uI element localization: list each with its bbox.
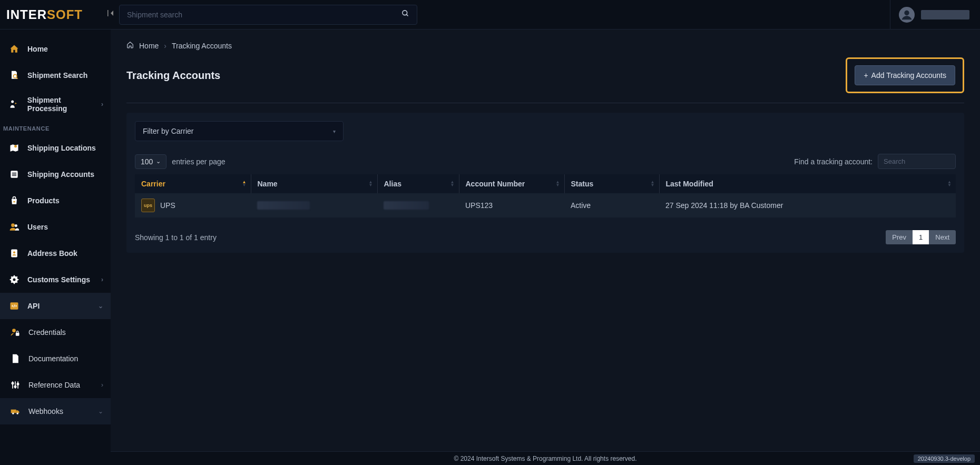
pagination: Prev 1 Next — [886, 230, 956, 244]
col-name[interactable]: Name ▲▼ — [251, 174, 377, 193]
svg-point-25 — [12, 382, 13, 384]
sidebar-item-shipping-accounts[interactable]: Shipping Accounts — [0, 161, 111, 187]
chevron-down-icon: ⌄ — [98, 408, 103, 415]
table-search-input[interactable] — [878, 154, 956, 169]
sidebar-item-label: Documentation — [28, 354, 78, 363]
sort-icon: ▲▼ — [450, 181, 455, 187]
next-page-button[interactable]: Next — [929, 230, 956, 244]
sidebar-collapse-icon[interactable] — [106, 9, 115, 20]
home-breadcrumb-icon[interactable] — [126, 41, 134, 50]
sidebar-item-credentials[interactable]: Credentials — [0, 319, 111, 345]
sidebar-item-reference-data[interactable]: Reference Data › — [0, 372, 111, 398]
home-icon — [8, 43, 20, 55]
caret-down-icon: ▾ — [333, 128, 336, 134]
sidebar-section-maintenance: MAINTENANCE — [0, 120, 111, 135]
sidebar-item-label: Shipment Processing — [27, 96, 102, 113]
svg-point-6 — [11, 101, 14, 103]
entries-per-page-select[interactable]: 100 ⌄ — [135, 154, 166, 169]
sidebar-item-shipment-search[interactable]: Shipment Search — [0, 62, 111, 88]
file-search-icon — [8, 70, 20, 81]
sidebar-item-address-book[interactable]: Address Book — [0, 240, 111, 266]
sort-icon: ▲▼ — [651, 181, 655, 187]
svg-point-29 — [12, 413, 14, 414]
sidebar-item-label: Shipping Locations — [27, 144, 96, 152]
plus-icon: + — [864, 71, 868, 80]
cell-alias-redacted — [384, 201, 429, 210]
chevron-down-icon: ⌄ — [98, 302, 103, 310]
prev-page-button[interactable]: Prev — [886, 230, 913, 244]
filter-by-carrier-select[interactable]: Filter by Carrier ▾ — [135, 121, 344, 141]
cell-name-redacted — [257, 201, 310, 210]
svg-point-13 — [11, 223, 15, 227]
app-footer: © 2024 Intersoft Systems & Programming L… — [111, 451, 980, 465]
bag-icon — [8, 195, 20, 206]
chevron-down-icon: ⌄ — [156, 158, 161, 165]
sort-icon: ▲▼ — [369, 181, 373, 187]
svg-line-1 — [406, 14, 408, 16]
sidebar-item-label: Home — [27, 45, 48, 53]
sort-icon: ▲▼ — [947, 181, 952, 187]
code-icon — [8, 300, 20, 312]
chevron-right-icon: › — [101, 276, 103, 283]
breadcrumb-home[interactable]: Home — [139, 42, 159, 50]
page-1-button[interactable]: 1 — [913, 230, 929, 244]
sidebar-item-webhooks[interactable]: Webhooks ⌄ — [0, 398, 111, 424]
svg-point-20 — [12, 329, 16, 332]
user-lock-icon — [9, 327, 21, 338]
table-row[interactable]: ups UPS UPS123 Active 27 Sep 2024 11:18 … — [135, 193, 956, 217]
cell-account-number: UPS123 — [459, 193, 564, 217]
sidebar-item-shipping-locations[interactable]: Shipping Locations — [0, 135, 111, 161]
col-alias[interactable]: Alias ▲▼ — [377, 174, 459, 193]
svg-rect-28 — [11, 410, 16, 413]
svg-rect-21 — [16, 333, 19, 336]
add-button-label: Add Tracking Accounts — [871, 71, 946, 80]
sidebar-item-shipment-processing[interactable]: Shipment Processing › — [0, 88, 111, 120]
gear-icon — [8, 274, 20, 285]
table-search-label: Find a tracking account: — [794, 157, 873, 166]
sidebar-item-label: API — [27, 302, 40, 310]
add-tracking-accounts-button[interactable]: + Add Tracking Accounts — [855, 65, 955, 85]
sidebar-item-home[interactable]: Home — [0, 36, 111, 62]
sort-icon: ▲▼ — [556, 181, 560, 187]
page-title: Tracking Accounts — [126, 70, 220, 82]
sidebar-item-customs-settings[interactable]: Customs Settings › — [0, 266, 111, 293]
tracking-accounts-table: Carrier ▲▼ Name ▲▼ Alias ▲▼ Account Numb… — [135, 174, 956, 217]
col-carrier[interactable]: Carrier ▲▼ — [135, 174, 251, 193]
list-icon — [8, 169, 20, 180]
sidebar-item-documentation[interactable]: Documentation — [0, 345, 111, 372]
col-account-number[interactable]: Account Number ▲▼ — [459, 174, 564, 193]
sidebar-item-label: Address Book — [27, 249, 77, 258]
logo-part1: INTER — [6, 7, 47, 22]
ups-logo-icon: ups — [141, 199, 155, 212]
svg-point-27 — [17, 383, 18, 385]
copyright-text: © 2024 Intersoft Systems & Programming L… — [454, 455, 637, 462]
svg-point-16 — [13, 251, 15, 253]
breadcrumb-separator-icon: › — [164, 42, 166, 50]
chevron-right-icon: › — [101, 101, 103, 108]
app-logo[interactable]: INTERSOFT — [6, 7, 104, 22]
breadcrumb: Home › Tracking Accounts — [126, 41, 964, 50]
app-header: INTERSOFT — [0, 0, 980, 29]
sidebar-item-label: Shipping Accounts — [27, 170, 94, 179]
user-menu[interactable] — [890, 0, 974, 29]
sidebar-item-api[interactable]: API ⌄ — [0, 293, 111, 319]
page-header: Tracking Accounts + Add Tracking Account… — [126, 57, 964, 103]
map-pin-icon — [8, 142, 20, 154]
shipment-search-box — [119, 5, 417, 25]
main-content: Home › Tracking Accounts Tracking Accoun… — [111, 29, 980, 451]
sidebar-item-users[interactable]: Users — [0, 214, 111, 240]
users-icon — [8, 221, 20, 233]
cell-status: Active — [564, 193, 659, 217]
entries-value: 100 — [141, 157, 153, 166]
sidebar-item-products[interactable]: Products — [0, 187, 111, 214]
sidebar-item-label: Products — [27, 196, 60, 205]
svg-point-30 — [17, 413, 18, 414]
col-status[interactable]: Status ▲▼ — [564, 174, 659, 193]
version-badge: 20240930.3-develop — [914, 454, 975, 463]
shipment-search-input[interactable] — [127, 11, 401, 19]
col-last-modified[interactable]: Last Modified ▲▼ — [659, 174, 956, 193]
search-icon[interactable] — [401, 9, 409, 19]
svg-point-14 — [15, 224, 17, 227]
sidebar-nav: Home Shipment Search Shipment Processing… — [0, 29, 111, 465]
sidebar-item-label: Webhooks — [28, 407, 63, 415]
